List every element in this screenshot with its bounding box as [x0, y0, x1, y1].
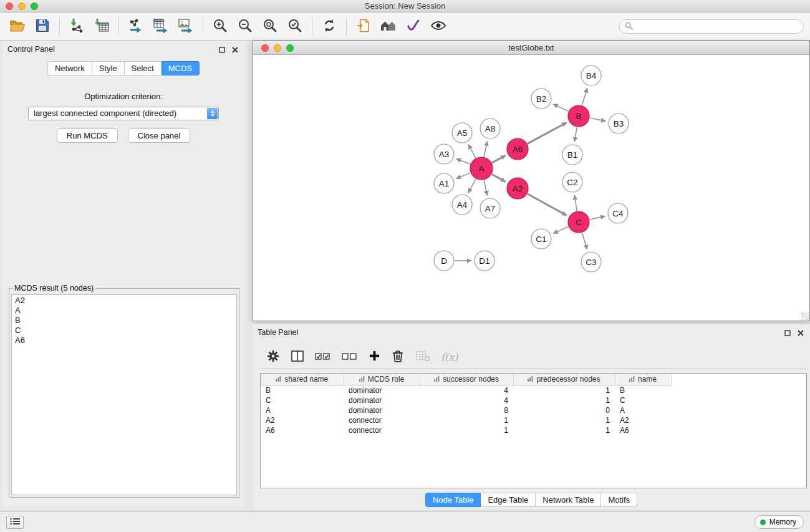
- network-edge-A-A7[interactable]: [484, 180, 487, 196]
- network-node-D[interactable]: D: [434, 251, 454, 271]
- zoom-selected-button[interactable]: [282, 16, 307, 37]
- home-button[interactable]: [376, 16, 401, 37]
- network-edge-C-C2[interactable]: [574, 195, 577, 211]
- network-node-A5[interactable]: A5: [452, 123, 472, 143]
- network-edge-A-A2[interactable]: [492, 174, 506, 181]
- network-node-B4[interactable]: B4: [581, 65, 601, 85]
- table-tab-motifs[interactable]: Motifs: [601, 493, 637, 507]
- zoom-window-button[interactable]: [31, 2, 38, 10]
- network-node-C1[interactable]: C1: [531, 229, 551, 249]
- network-node-A1[interactable]: A1: [434, 173, 454, 193]
- delete-table-button[interactable]: [415, 347, 430, 366]
- delete-column-button[interactable]: [391, 347, 405, 366]
- refresh-view-button[interactable]: [317, 16, 342, 37]
- export-network-button[interactable]: [123, 16, 148, 37]
- network-node-A8[interactable]: A8: [480, 118, 500, 138]
- column-header-predecessor-nodes[interactable]: predecessor nodes: [513, 374, 615, 385]
- close-panel-icon[interactable]: [232, 46, 238, 55]
- select-all-button[interactable]: [315, 347, 331, 366]
- column-header-mcds-role[interactable]: MCDS role: [344, 374, 420, 385]
- network-edge-A2-C[interactable]: [528, 194, 567, 216]
- network-minimize-button[interactable]: [274, 44, 281, 52]
- table-tab-network-table[interactable]: Network Table: [536, 493, 601, 507]
- table-row-a[interactable]: Adominator80A: [261, 405, 671, 415]
- table-row-a6[interactable]: A6connector11A6: [261, 425, 671, 435]
- network-node-C3[interactable]: C3: [581, 252, 601, 272]
- style-check-button[interactable]: [401, 16, 426, 37]
- mcds-result-item-a2[interactable]: A2: [15, 296, 233, 306]
- network-node-D1[interactable]: D1: [475, 251, 494, 271]
- table-tab-edge-table[interactable]: Edge Table: [481, 493, 536, 507]
- network-edge-C-C1[interactable]: [553, 226, 568, 233]
- zoom-in-button[interactable]: [208, 16, 233, 37]
- network-edge-B-B3[interactable]: [590, 118, 606, 121]
- control-tab-select[interactable]: Select: [125, 61, 162, 75]
- deselect-all-button[interactable]: [342, 347, 358, 366]
- network-edge-A-A8[interactable]: [484, 142, 487, 157]
- open-document-button[interactable]: [351, 16, 376, 37]
- network-edge-C-C4[interactable]: [590, 216, 605, 220]
- control-tab-style[interactable]: Style: [92, 61, 125, 75]
- network-node-A4[interactable]: A4: [452, 195, 472, 215]
- network-node-C[interactable]: C: [568, 211, 589, 233]
- network-edge-B-B4[interactable]: [582, 88, 587, 105]
- close-panel-icon[interactable]: [798, 329, 804, 338]
- network-edge-A-A1[interactable]: [456, 173, 471, 178]
- task-history-button[interactable]: [6, 516, 24, 529]
- network-node-B1[interactable]: B1: [562, 145, 582, 165]
- network-node-A7[interactable]: A7: [480, 198, 500, 218]
- network-edge-C-C3[interactable]: [582, 233, 587, 249]
- zoom-fit-button[interactable]: [258, 16, 282, 37]
- control-tab-network[interactable]: Network: [47, 61, 92, 75]
- mcds-result-item-b[interactable]: B: [15, 316, 233, 326]
- show-view-button[interactable]: [426, 16, 451, 37]
- float-panel-icon[interactable]: [219, 46, 225, 55]
- column-header-name[interactable]: name: [615, 374, 671, 385]
- table-row-a2[interactable]: A2connector11A2: [261, 415, 671, 425]
- network-node-A[interactable]: A: [470, 157, 493, 180]
- network-node-B[interactable]: B: [568, 105, 589, 127]
- control-tab-mcds[interactable]: MCDS: [162, 61, 200, 75]
- network-edge-B-B1[interactable]: [574, 127, 577, 142]
- zoom-out-button[interactable]: [233, 16, 258, 37]
- network-edge-A-A3[interactable]: [456, 159, 471, 165]
- close-window-button[interactable]: [6, 2, 13, 10]
- close-panel-button[interactable]: Close panel: [128, 128, 191, 143]
- save-session-button[interactable]: [30, 16, 55, 37]
- optimization-criterion-select[interactable]: largest connected component (directed): [28, 107, 219, 120]
- network-edge-A-A6[interactable]: [492, 155, 506, 163]
- network-node-C4[interactable]: C4: [608, 203, 628, 223]
- network-node-A3[interactable]: A3: [434, 144, 454, 164]
- import-table-button[interactable]: [89, 16, 114, 37]
- network-zoom-button[interactable]: [286, 44, 294, 52]
- table-tab-node-table[interactable]: Node Table: [425, 493, 481, 507]
- network-node-A2[interactable]: A2: [507, 178, 528, 199]
- search-input[interactable]: [636, 22, 798, 31]
- network-edge-B-B2[interactable]: [553, 104, 569, 112]
- export-table-button[interactable]: [148, 16, 173, 37]
- table-settings-button[interactable]: [266, 347, 280, 366]
- show-columns-button[interactable]: [291, 347, 304, 366]
- float-panel-icon[interactable]: [784, 329, 791, 338]
- column-header-shared-name[interactable]: shared name: [261, 374, 344, 385]
- column-header-successor-nodes[interactable]: successor nodes: [420, 374, 513, 385]
- network-node-A6[interactable]: A6: [507, 138, 528, 160]
- import-network-button[interactable]: [64, 16, 89, 37]
- network-edge-A6-B[interactable]: [528, 123, 567, 144]
- network-node-B3[interactable]: B3: [609, 114, 629, 133]
- network-node-C2[interactable]: C2: [562, 172, 582, 192]
- minimize-window-button[interactable]: [18, 2, 26, 10]
- network-edge-A-A4[interactable]: [468, 179, 476, 193]
- table-row-c[interactable]: Cdominator41C: [261, 395, 671, 405]
- table-row-b[interactable]: Bdominator41B: [261, 385, 671, 395]
- mcds-result-item-c[interactable]: C: [15, 326, 233, 336]
- mcds-result-item-a6[interactable]: A6: [15, 336, 233, 346]
- function-builder-button[interactable]: f(x): [441, 347, 458, 366]
- network-node-B2[interactable]: B2: [531, 89, 551, 109]
- export-image-button[interactable]: [173, 16, 198, 37]
- create-column-button[interactable]: [369, 347, 380, 366]
- network-close-button[interactable]: [261, 44, 269, 52]
- run-mcds-button[interactable]: Run MCDS: [57, 128, 118, 143]
- resize-grip[interactable]: [801, 312, 809, 320]
- memory-button[interactable]: Memory: [755, 515, 804, 529]
